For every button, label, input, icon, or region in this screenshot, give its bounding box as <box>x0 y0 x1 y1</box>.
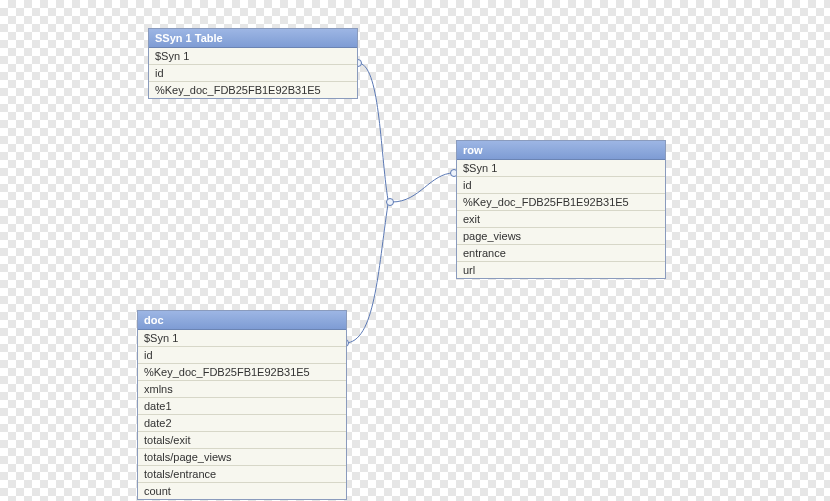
entity-row-title[interactable]: row <box>457 141 665 160</box>
field-row[interactable]: %Key_doc_FDB25FB1E92B31E5 <box>457 193 665 210</box>
entity-doc[interactable]: doc $Syn 1 id %Key_doc_FDB25FB1E92B31E5 … <box>137 310 347 500</box>
field-row[interactable]: %Key_doc_FDB25FB1E92B31E5 <box>138 363 346 380</box>
field-row[interactable]: url <box>457 261 665 278</box>
field-row[interactable]: exit <box>457 210 665 227</box>
entity-row[interactable]: row $Syn 1 id %Key_doc_FDB25FB1E92B31E5 … <box>456 140 666 279</box>
field-row[interactable]: id <box>149 64 357 81</box>
field-row[interactable]: totals/exit <box>138 431 346 448</box>
field-row[interactable]: $Syn 1 <box>138 330 346 346</box>
field-row[interactable]: id <box>138 346 346 363</box>
field-row[interactable]: xmlns <box>138 380 346 397</box>
entity-ssyn-title[interactable]: SSyn 1 Table <box>149 29 357 48</box>
field-row[interactable]: $Syn 1 <box>457 160 665 176</box>
field-row[interactable]: entrance <box>457 244 665 261</box>
field-row[interactable]: date1 <box>138 397 346 414</box>
field-row[interactable]: totals/page_views <box>138 448 346 465</box>
field-row[interactable]: id <box>457 176 665 193</box>
field-row[interactable]: count <box>138 482 346 499</box>
entity-ssyn[interactable]: SSyn 1 Table $Syn 1 id %Key_doc_FDB25FB1… <box>148 28 358 99</box>
field-row[interactable]: $Syn 1 <box>149 48 357 64</box>
field-row[interactable]: date2 <box>138 414 346 431</box>
field-row[interactable]: %Key_doc_FDB25FB1E92B31E5 <box>149 81 357 98</box>
field-row[interactable]: totals/entrance <box>138 465 346 482</box>
field-row[interactable]: page_views <box>457 227 665 244</box>
relationship-edges <box>0 0 830 501</box>
diagram-canvas: SSyn 1 Table $Syn 1 id %Key_doc_FDB25FB1… <box>0 0 830 501</box>
svg-point-2 <box>387 199 394 206</box>
entity-doc-title[interactable]: doc <box>138 311 346 330</box>
